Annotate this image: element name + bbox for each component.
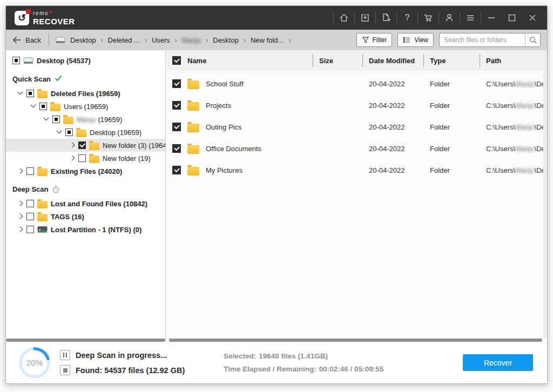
folder-icon <box>89 143 99 150</box>
menu-button[interactable] <box>460 10 481 26</box>
stop-scan-button[interactable] <box>60 365 70 375</box>
search-button[interactable] <box>525 33 540 46</box>
chevron-collapsed-icon[interactable] <box>17 226 23 233</box>
tree-item-label: Lost and Found Files (10842) <box>51 200 147 208</box>
chevron-collapsed-icon[interactable] <box>17 200 23 207</box>
checkbox-unchecked[interactable] <box>26 213 34 220</box>
chevron-expanded-icon[interactable] <box>30 103 36 110</box>
column-header-date-modified[interactable]: Date Modified <box>362 50 423 71</box>
recover-button[interactable]: Recover <box>463 354 533 371</box>
horizontal-scrollbar-tree[interactable] <box>6 339 165 342</box>
breadcrumb-chevron-icon: › <box>288 36 291 45</box>
scan-status-text: Deep Scan in progress... <box>76 351 185 360</box>
checkbox-unchecked[interactable] <box>26 167 34 175</box>
table-row[interactable]: My Pictures 20-04-2022 Folder C:\Users\M… <box>166 159 547 181</box>
tree-item-desktop-root[interactable]: Desktop (54537) <box>6 53 165 67</box>
chevron-collapsed-icon[interactable] <box>17 168 23 174</box>
tree-item-tags[interactable]: TAGS (16) <box>6 210 165 223</box>
table-row[interactable]: School Stuff 20-04-2022 Folder C:\Users\… <box>166 73 547 94</box>
checkbox-indeterminate[interactable] <box>26 90 34 97</box>
maximize-icon <box>507 12 517 23</box>
search-input[interactable] <box>440 36 525 44</box>
file-type: Folder <box>423 166 480 174</box>
view-button[interactable]: View <box>397 33 434 47</box>
column-label: Name <box>187 57 206 65</box>
chevron-expanded-icon[interactable] <box>56 129 62 136</box>
close-button[interactable] <box>522 10 543 26</box>
column-header-name[interactable]: Name <box>166 50 313 71</box>
tree-item-new-folder-3[interactable]: New folder (3) (19640) <box>6 139 165 152</box>
quick-scan-label: Quick Scan <box>12 75 51 83</box>
tree-item-label: Users (19659) <box>64 103 108 111</box>
found-value: 54537 files (12.92 GB) <box>104 366 185 375</box>
tree-item-new-folder[interactable]: New folder (19) <box>6 152 165 165</box>
buy-button[interactable] <box>418 10 439 26</box>
checkbox-unchecked[interactable] <box>26 200 34 207</box>
row-checkbox-checked[interactable] <box>172 101 181 110</box>
row-checkbox-checked[interactable] <box>172 166 181 174</box>
tree-item-username[interactable]: Manju(19659) <box>6 113 165 126</box>
select-all-checkbox[interactable] <box>172 56 181 65</box>
row-checkbox-checked[interactable] <box>172 123 181 131</box>
table-row[interactable]: Outing Pics 20-04-2022 Folder C:\Users\M… <box>166 116 547 138</box>
checkbox-indeterminate[interactable] <box>39 103 47 110</box>
folder-icon <box>187 145 199 154</box>
folder-icon <box>37 201 48 208</box>
chevron-collapsed-icon[interactable] <box>17 213 23 220</box>
breadcrumb-item-desktop[interactable]: Desktop <box>70 36 96 44</box>
maximize-button[interactable] <box>502 10 522 26</box>
vertical-scrollbar[interactable] <box>543 50 547 337</box>
column-header-path[interactable]: Path <box>480 50 547 71</box>
checkbox-indeterminate[interactable] <box>12 57 20 64</box>
load-session-button[interactable] <box>355 10 375 26</box>
horizontal-scrollbar-table[interactable] <box>169 339 542 342</box>
table-row[interactable]: Projects 20-04-2022 Folder C:\Users\Manj… <box>166 94 547 116</box>
tree-item-lost-partition[interactable]: Lost Partition - 1 (NTFS) (0) <box>6 223 165 236</box>
chevron-collapsed-icon[interactable] <box>69 155 75 161</box>
tree-item-label: Existing Files (24020) <box>51 167 122 175</box>
checkbox-unchecked[interactable] <box>26 226 34 233</box>
folder-icon <box>187 80 199 89</box>
column-header-size[interactable]: Size <box>313 50 362 71</box>
file-name: Outing Pics <box>206 123 241 131</box>
row-checkbox-checked[interactable] <box>172 144 181 153</box>
tree-item-existing-files[interactable]: Existing Files (24020) <box>6 165 165 178</box>
column-label: Size <box>319 57 333 65</box>
chevron-collapsed-icon[interactable] <box>69 142 75 148</box>
help-button[interactable]: ? <box>397 10 417 26</box>
path-username-blurred: Manju <box>515 102 534 110</box>
home-button[interactable] <box>334 10 354 26</box>
cart-icon <box>423 12 434 23</box>
checkbox-checked[interactable] <box>78 141 86 149</box>
save-session-button[interactable] <box>376 10 396 26</box>
titlebar-actions: ? <box>333 10 543 26</box>
table-row[interactable]: Office Documents 20-04-2022 Folder C:\Us… <box>166 138 547 159</box>
drive-icon <box>56 36 65 44</box>
account-button[interactable] <box>439 10 460 26</box>
checkbox-unchecked[interactable] <box>78 154 86 162</box>
chevron-expanded-icon[interactable] <box>43 116 49 123</box>
breadcrumb-item-desktop-2[interactable]: Desktop <box>213 36 239 44</box>
folder-icon <box>187 102 199 111</box>
breadcrumb-item-new-folder[interactable]: New fold... <box>251 36 284 44</box>
tree-item-users[interactable]: Users (19659) <box>6 100 165 113</box>
checkbox-indeterminate[interactable] <box>52 116 60 123</box>
filter-button[interactable]: Filter <box>356 33 393 47</box>
pause-scan-button[interactable] <box>60 350 70 360</box>
tree-item-lost-and-found[interactable]: Lost and Found Files (10842) <box>6 197 165 210</box>
breadcrumb-item-deleted[interactable]: Deleted ... <box>108 36 140 44</box>
minimize-button[interactable] <box>481 10 502 26</box>
breadcrumb-item-username[interactable]: Manju <box>182 36 201 44</box>
file-type: Folder <box>423 102 480 110</box>
tree-item-deleted-files[interactable]: Deleted Files (19659) <box>6 87 165 100</box>
checkbox-indeterminate[interactable] <box>65 129 73 136</box>
breadcrumb-item-users[interactable]: Users <box>152 36 170 44</box>
back-button[interactable]: Back <box>12 36 41 44</box>
found-label: Found: <box>76 366 102 375</box>
tree-item-label: Lost Partition - 1 (NTFS) (0) <box>51 226 141 234</box>
scan-tree-panel: Desktop (54537) Quick Scan Deleted Files… <box>6 50 165 342</box>
row-checkbox-checked[interactable] <box>172 79 181 88</box>
chevron-expanded-icon[interactable] <box>17 90 23 97</box>
tree-item-desktop[interactable]: Desktop (19659) <box>6 126 165 139</box>
column-header-type[interactable]: Type <box>423 50 480 71</box>
